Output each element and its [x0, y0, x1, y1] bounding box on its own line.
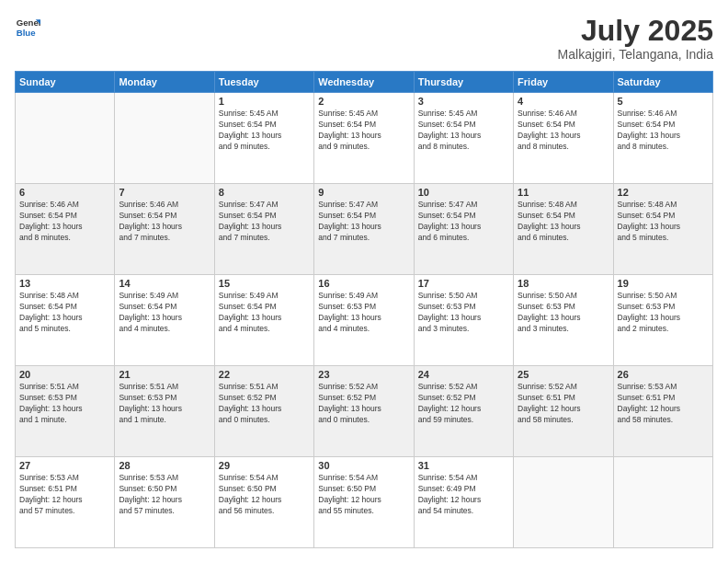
day-number: 30 — [318, 460, 409, 471]
day-number: 20 — [19, 369, 110, 380]
day-info: Sunrise: 5:51 AM Sunset: 6:53 PM Dayligh… — [119, 382, 210, 426]
table-row: 25Sunrise: 5:52 AM Sunset: 6:51 PM Dayli… — [514, 366, 613, 457]
page: General Blue July 2025 Malkajgiri, Telan… — [0, 0, 728, 563]
calendar-week-row: 27Sunrise: 5:53 AM Sunset: 6:51 PM Dayli… — [16, 457, 713, 548]
day-number: 22 — [219, 369, 310, 380]
day-info: Sunrise: 5:48 AM Sunset: 6:54 PM Dayligh… — [19, 291, 110, 335]
calendar-week-row: 13Sunrise: 5:48 AM Sunset: 6:54 PM Dayli… — [16, 275, 713, 366]
col-wednesday: Wednesday — [314, 72, 414, 93]
day-number: 8 — [219, 187, 310, 198]
logo: General Blue — [15, 15, 40, 40]
day-number: 25 — [518, 369, 609, 380]
table-row — [613, 457, 712, 548]
day-number: 13 — [19, 278, 110, 289]
table-row: 17Sunrise: 5:50 AM Sunset: 6:53 PM Dayli… — [414, 275, 513, 366]
table-row: 24Sunrise: 5:52 AM Sunset: 6:52 PM Dayli… — [414, 366, 513, 457]
day-info: Sunrise: 5:54 AM Sunset: 6:50 PM Dayligh… — [318, 473, 409, 517]
day-info: Sunrise: 5:49 AM Sunset: 6:54 PM Dayligh… — [119, 291, 210, 335]
day-info: Sunrise: 5:54 AM Sunset: 6:49 PM Dayligh… — [418, 473, 509, 517]
logo-icon: General Blue — [15, 15, 40, 40]
table-row: 9Sunrise: 5:47 AM Sunset: 6:54 PM Daylig… — [314, 184, 414, 275]
table-row: 11Sunrise: 5:48 AM Sunset: 6:54 PM Dayli… — [514, 184, 613, 275]
location-title: Malkajgiri, Telangana, India — [558, 47, 713, 62]
svg-text:Blue: Blue — [17, 28, 36, 38]
day-number: 15 — [219, 278, 310, 289]
title-block: July 2025 Malkajgiri, Telangana, India — [558, 15, 713, 62]
table-row: 19Sunrise: 5:50 AM Sunset: 6:53 PM Dayli… — [613, 275, 712, 366]
calendar-week-row: 20Sunrise: 5:51 AM Sunset: 6:53 PM Dayli… — [16, 366, 713, 457]
table-row: 8Sunrise: 5:47 AM Sunset: 6:54 PM Daylig… — [214, 184, 313, 275]
day-info: Sunrise: 5:50 AM Sunset: 6:53 PM Dayligh… — [518, 291, 609, 335]
day-info: Sunrise: 5:46 AM Sunset: 6:54 PM Dayligh… — [518, 109, 609, 153]
table-row — [16, 93, 115, 184]
col-monday: Monday — [115, 72, 214, 93]
day-number: 14 — [119, 278, 210, 289]
table-row: 27Sunrise: 5:53 AM Sunset: 6:51 PM Dayli… — [16, 457, 115, 548]
col-sunday: Sunday — [16, 72, 115, 93]
day-info: Sunrise: 5:50 AM Sunset: 6:53 PM Dayligh… — [618, 291, 709, 335]
day-number: 2 — [318, 96, 409, 107]
day-info: Sunrise: 5:47 AM Sunset: 6:54 PM Dayligh… — [418, 200, 509, 244]
day-info: Sunrise: 5:45 AM Sunset: 6:54 PM Dayligh… — [219, 109, 310, 153]
day-info: Sunrise: 5:45 AM Sunset: 6:54 PM Dayligh… — [418, 109, 509, 153]
table-row: 22Sunrise: 5:51 AM Sunset: 6:52 PM Dayli… — [214, 366, 313, 457]
day-number: 28 — [119, 460, 210, 471]
table-row: 15Sunrise: 5:49 AM Sunset: 6:54 PM Dayli… — [214, 275, 313, 366]
table-row: 1Sunrise: 5:45 AM Sunset: 6:54 PM Daylig… — [214, 93, 313, 184]
table-row: 4Sunrise: 5:46 AM Sunset: 6:54 PM Daylig… — [514, 93, 613, 184]
day-number: 19 — [618, 278, 709, 289]
day-info: Sunrise: 5:53 AM Sunset: 6:51 PM Dayligh… — [618, 382, 709, 426]
table-row: 7Sunrise: 5:46 AM Sunset: 6:54 PM Daylig… — [115, 184, 214, 275]
day-number: 7 — [119, 187, 210, 198]
svg-text:General: General — [17, 17, 40, 28]
day-info: Sunrise: 5:53 AM Sunset: 6:50 PM Dayligh… — [119, 473, 210, 517]
calendar-header-row: Sunday Monday Tuesday Wednesday Thursday… — [16, 72, 713, 93]
table-row: 29Sunrise: 5:54 AM Sunset: 6:50 PM Dayli… — [214, 457, 313, 548]
day-number: 31 — [418, 460, 509, 471]
table-row: 18Sunrise: 5:50 AM Sunset: 6:53 PM Dayli… — [514, 275, 613, 366]
day-number: 4 — [518, 96, 609, 107]
day-number: 21 — [119, 369, 210, 380]
day-info: Sunrise: 5:51 AM Sunset: 6:53 PM Dayligh… — [19, 382, 110, 426]
day-info: Sunrise: 5:48 AM Sunset: 6:54 PM Dayligh… — [618, 200, 709, 244]
table-row: 20Sunrise: 5:51 AM Sunset: 6:53 PM Dayli… — [16, 366, 115, 457]
day-info: Sunrise: 5:49 AM Sunset: 6:53 PM Dayligh… — [318, 291, 409, 335]
table-row: 2Sunrise: 5:45 AM Sunset: 6:54 PM Daylig… — [314, 93, 414, 184]
day-info: Sunrise: 5:53 AM Sunset: 6:51 PM Dayligh… — [19, 473, 110, 517]
col-friday: Friday — [514, 72, 613, 93]
table-row: 21Sunrise: 5:51 AM Sunset: 6:53 PM Dayli… — [115, 366, 214, 457]
table-row: 3Sunrise: 5:45 AM Sunset: 6:54 PM Daylig… — [414, 93, 513, 184]
day-info: Sunrise: 5:46 AM Sunset: 6:54 PM Dayligh… — [119, 200, 210, 244]
month-title: July 2025 — [558, 15, 713, 47]
day-info: Sunrise: 5:52 AM Sunset: 6:52 PM Dayligh… — [318, 382, 409, 426]
day-number: 17 — [418, 278, 509, 289]
col-saturday: Saturday — [613, 72, 712, 93]
calendar-week-row: 1Sunrise: 5:45 AM Sunset: 6:54 PM Daylig… — [16, 93, 713, 184]
day-number: 16 — [318, 278, 409, 289]
table-row: 12Sunrise: 5:48 AM Sunset: 6:54 PM Dayli… — [613, 184, 712, 275]
day-number: 18 — [518, 278, 609, 289]
day-number: 6 — [19, 187, 110, 198]
table-row: 26Sunrise: 5:53 AM Sunset: 6:51 PM Dayli… — [613, 366, 712, 457]
table-row: 13Sunrise: 5:48 AM Sunset: 6:54 PM Dayli… — [16, 275, 115, 366]
day-number: 1 — [219, 96, 310, 107]
table-row: 31Sunrise: 5:54 AM Sunset: 6:49 PM Dayli… — [414, 457, 513, 548]
table-row: 6Sunrise: 5:46 AM Sunset: 6:54 PM Daylig… — [16, 184, 115, 275]
table-row: 5Sunrise: 5:46 AM Sunset: 6:54 PM Daylig… — [613, 93, 712, 184]
table-row — [115, 93, 214, 184]
header: General Blue July 2025 Malkajgiri, Telan… — [15, 15, 713, 62]
table-row: 10Sunrise: 5:47 AM Sunset: 6:54 PM Dayli… — [414, 184, 513, 275]
day-number: 11 — [518, 187, 609, 198]
day-info: Sunrise: 5:50 AM Sunset: 6:53 PM Dayligh… — [418, 291, 509, 335]
day-info: Sunrise: 5:45 AM Sunset: 6:54 PM Dayligh… — [318, 109, 409, 153]
day-info: Sunrise: 5:47 AM Sunset: 6:54 PM Dayligh… — [318, 200, 409, 244]
table-row: 28Sunrise: 5:53 AM Sunset: 6:50 PM Dayli… — [115, 457, 214, 548]
day-number: 23 — [318, 369, 409, 380]
day-info: Sunrise: 5:49 AM Sunset: 6:54 PM Dayligh… — [219, 291, 310, 335]
day-number: 10 — [418, 187, 509, 198]
day-number: 12 — [618, 187, 709, 198]
table-row: 23Sunrise: 5:52 AM Sunset: 6:52 PM Dayli… — [314, 366, 414, 457]
calendar-week-row: 6Sunrise: 5:46 AM Sunset: 6:54 PM Daylig… — [16, 184, 713, 275]
day-info: Sunrise: 5:51 AM Sunset: 6:52 PM Dayligh… — [219, 382, 310, 426]
day-number: 24 — [418, 369, 509, 380]
